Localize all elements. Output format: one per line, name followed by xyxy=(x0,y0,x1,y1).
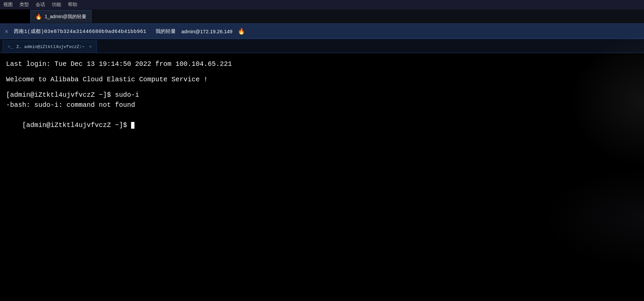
menu-feature[interactable]: 功能 xyxy=(52,2,61,8)
terminal-area[interactable]: Last login: Tue Dec 13 19:14:50 2022 fro… xyxy=(0,53,644,301)
server-info-bar: ✕ 西南1(成都)03e87b324a31446680b9ad64b41bb96… xyxy=(0,24,644,39)
terminal-spacer-1 xyxy=(6,69,638,75)
terminal-icon: >_ xyxy=(8,44,13,49)
menu-view[interactable]: 视图 xyxy=(3,2,13,8)
terminal-line-7: [admin@iZtktl4ujvfvczZ ~]$ xyxy=(6,110,638,140)
top-tab-active[interactable]: 🔥 1_admin@我的轻量 xyxy=(30,10,91,23)
flame-icon-server: 🔥 xyxy=(238,28,245,35)
terminal-line-5: [admin@iZtktl4ujvfvczZ ~]$ sudo-i xyxy=(6,90,638,100)
terminal-line-6: -bash: sudo-i: command not found xyxy=(6,100,638,110)
server-label: 我的轻量 xyxy=(156,28,176,35)
session-tab-label: 2. admin@iZtktl4ujvfvczZ:~ xyxy=(16,44,85,49)
server-id: 西南1(成都)03e87b324a31446680b9ad64b41bb961 xyxy=(14,28,147,35)
terminal-line-3: Welcome to Alibaba Cloud Elastic Compute… xyxy=(6,75,638,85)
terminal-line-1: Last login: Tue Dec 13 19:14:50 2022 fro… xyxy=(6,59,638,69)
menu-type[interactable]: 类型 xyxy=(19,2,29,8)
top-tab-label: 1_admin@我的轻量 xyxy=(45,14,86,20)
terminal-spacer-2 xyxy=(6,85,638,90)
top-tab-bar: 🔥 1_admin@我的轻量 xyxy=(30,9,644,24)
terminal-cursor xyxy=(131,122,134,129)
session-tab[interactable]: >_ 2. admin@iZtktl4ujvfvczZ:~ × xyxy=(3,41,97,53)
server-ip: admin@172.19.26.149 xyxy=(181,29,232,34)
server-bar-icon: ✕ xyxy=(5,28,8,35)
session-tab-close[interactable]: × xyxy=(89,45,91,49)
menu-session[interactable]: 会话 xyxy=(36,2,45,8)
session-tab-bar: >_ 2. admin@iZtktl4ujvfvczZ:~ × xyxy=(0,39,644,53)
flame-icon-tab: 🔥 xyxy=(35,13,42,20)
menu-help[interactable]: 帮助 xyxy=(68,2,77,8)
top-menu-bar: 视图 类型 会话 功能 帮助 xyxy=(0,0,644,9)
